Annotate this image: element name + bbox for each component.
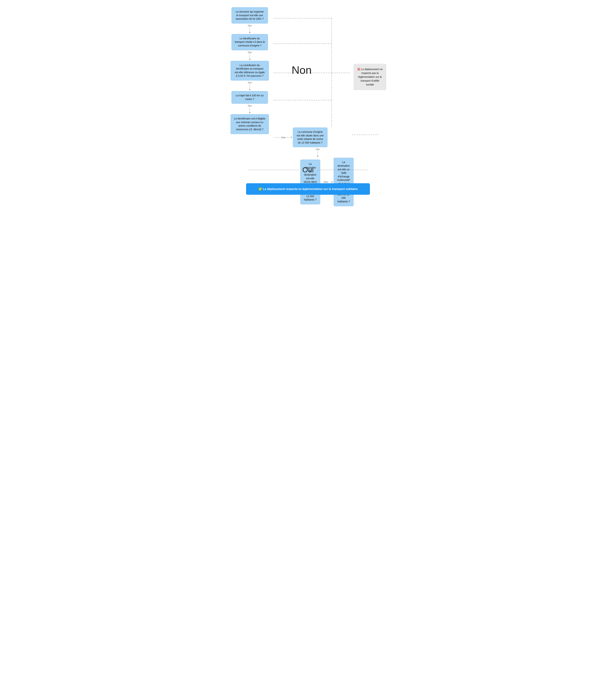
question-5-box: Le bénéficiaire est-il éligible aux mini… (231, 114, 269, 134)
q5-to-q6-row: Non La commune d'origine est-elle située… (273, 127, 354, 147)
question-4-text: Le trajet fait-il 100 km ou moins ? (232, 91, 268, 104)
question-6-box: La commune d'origine est-elle située dan… (293, 127, 328, 147)
question-1-text: La structure qui organise le transport e… (232, 7, 268, 23)
oui-merge-line: Oui (244, 166, 372, 174)
arrow-q6-q7: Oui (300, 147, 335, 158)
question-3-box: La contribution du bénéficiaire au trans… (231, 61, 269, 81)
result-yes-text: ✅ Le déplacement respecte la réglementat… (246, 183, 370, 195)
result-yes-box: ✅ Le déplacement respecte la réglementat… (246, 183, 370, 195)
label-oui-3: Oui (248, 81, 252, 84)
label-oui-big: Oui (302, 166, 314, 174)
label-oui-2: Oui (248, 51, 252, 54)
question-6-text: La commune d'origine est-elle située dan… (293, 127, 328, 147)
result-no-text: ❌ Le déplacement ne respecte pas la régl… (354, 64, 386, 90)
non-label-big: Non (291, 64, 312, 76)
arrow-q1-q2: Oui (248, 24, 252, 33)
question-5-text: Le bénéficiaire est-il éligible aux mini… (231, 114, 269, 134)
question-3-text: La contribution du bénéficiaire au trans… (231, 61, 269, 81)
non-arrow-q5-q6: Non (273, 136, 292, 139)
result-no-column: ❌ Le déplacement ne respecte pas la régl… (354, 7, 390, 90)
label-oui-4: Oui (248, 104, 252, 107)
arrow-oui-to-result (307, 176, 309, 183)
question-2-box: Le bénéficiaire du transport réside-t-il… (232, 34, 268, 50)
arrow-q4-q5: Oui (248, 104, 252, 113)
question-1-box: La structure qui organise le transport e… (232, 7, 268, 23)
oui-final-section: Oui ✅ Le déplacement respecte la régleme… (226, 166, 390, 195)
question-4-box: Le trajet fait-il 100 km ou moins ? (232, 91, 268, 104)
arrow-q3-q4: Oui (248, 81, 252, 90)
flowchart-container: La structure qui organise le transport e… (226, 7, 390, 195)
label-oui-1: Oui (248, 24, 252, 27)
left-flow-column: La structure qui organise le transport e… (226, 7, 273, 145)
arrow-q2-q3: Oui (248, 51, 252, 60)
question-2-text: Le bénéficiaire du transport réside-t-il… (232, 34, 268, 50)
result-no-box: ❌ Le déplacement ne respecte pas la régl… (354, 64, 386, 90)
label-non-q5: Non (281, 136, 286, 139)
non-big-text: Non (291, 64, 312, 76)
label-oui-q6: Oui (316, 148, 320, 151)
center-column: Non Non La commune d'origine est-elle si (273, 7, 354, 171)
